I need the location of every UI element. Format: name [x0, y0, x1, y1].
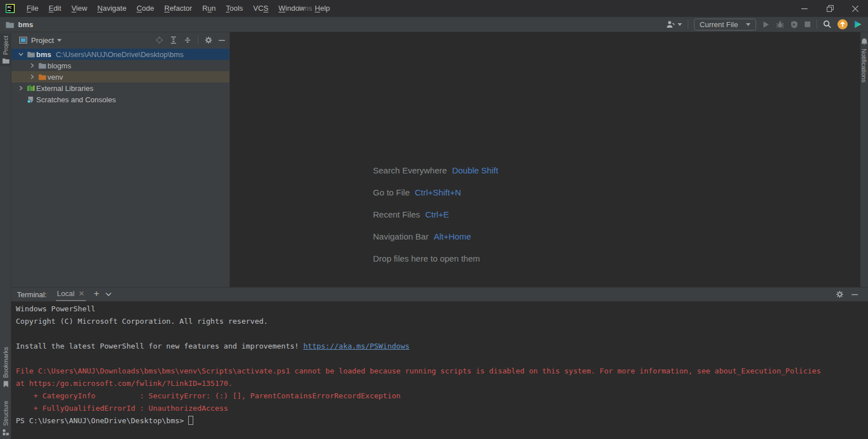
- toolbar-project-name[interactable]: bms: [18, 20, 33, 29]
- folder-icon: [37, 62, 47, 69]
- close-tab-icon[interactable]: ✕: [79, 291, 85, 297]
- menu-bar: PC FileEditViewNavigateCodeRefactorRunTo…: [0, 0, 868, 17]
- tree-item-scratches-and-consoles[interactable]: Scratches and Consoles: [11, 94, 229, 105]
- bookmarks-stripe-label: Bookmarks: [2, 347, 9, 378]
- tool-stripe-bookmarks[interactable]: Bookmarks: [0, 345, 11, 390]
- chevron-right-icon[interactable]: [16, 84, 25, 92]
- expand-all-button[interactable]: [170, 36, 177, 44]
- menu-refactor[interactable]: Refactor: [159, 0, 197, 17]
- terminal-line: Copyright (C) Microsoft Corporation. All…: [16, 315, 868, 328]
- run-configuration-value: Current File: [700, 20, 738, 29]
- hint-shortcut: Ctrl+Shift+N: [415, 188, 461, 197]
- project-view-icon: [19, 37, 27, 44]
- restore-button[interactable]: [817, 0, 843, 17]
- collapse-all-button[interactable]: [184, 36, 192, 44]
- hint-go-to-file: Go to FileCtrl+Shift+N: [373, 181, 498, 203]
- toolbar-right-group: Current File: [666, 19, 862, 31]
- terminal-header: Terminal: Local ✕ +: [11, 287, 868, 302]
- svg-text:PC: PC: [7, 6, 12, 9]
- hint-label: Drop files here to open them: [373, 254, 480, 263]
- project-folder-icon: [6, 21, 14, 28]
- tree-item-label: External Libraries: [36, 84, 93, 93]
- editor-area: Search EverywhereDouble ShiftGo to FileC…: [231, 32, 860, 287]
- terminal-line: File C:\Users\ANUJ\Downloads\bms\bms\ven…: [16, 365, 868, 377]
- hint-label: Recent Files: [373, 210, 420, 219]
- menu-edit[interactable]: Edit: [44, 0, 66, 17]
- hint-shortcut: Alt+Home: [433, 232, 471, 241]
- hide-terminal-button[interactable]: [852, 292, 858, 298]
- pycharm-logo-icon: PC: [6, 4, 15, 13]
- hint-label: Search Everywhere: [373, 166, 447, 175]
- run-button[interactable]: [762, 20, 770, 29]
- folder-icon: [25, 51, 36, 58]
- tool-stripe-structure[interactable]: Structure: [0, 398, 11, 438]
- tree-item-bms[interactable]: bmsC:\Users\ANUJ\OneDrive\Desktop\bms: [11, 49, 229, 60]
- ide-update-button[interactable]: [837, 19, 848, 29]
- debug-button[interactable]: [776, 20, 784, 29]
- hint-shortcut: Ctrl+E: [425, 210, 449, 219]
- locate-file-button[interactable]: [155, 36, 163, 44]
- search-everywhere-button[interactable]: [823, 20, 832, 29]
- close-button[interactable]: [843, 0, 868, 17]
- notifications-stripe-label: Notifications: [861, 49, 867, 82]
- terminal-output: Windows PowerShellCopyright (C) Microsof…: [11, 302, 868, 439]
- chevron-down-icon: [678, 23, 682, 26]
- pycharm-window: PC FileEditViewNavigateCodeRefactorRunTo…: [0, 0, 868, 439]
- bell-icon: [861, 38, 868, 46]
- menu-tools[interactable]: Tools: [221, 0, 248, 17]
- terminal-link[interactable]: https://aka.ms/PSWindows: [303, 342, 410, 350]
- menu-navigate[interactable]: Navigate: [92, 0, 131, 17]
- tree-item-venv[interactable]: venv: [11, 71, 229, 82]
- chevron-right-icon[interactable]: [27, 73, 37, 81]
- tree-item-label: blogms: [47, 62, 71, 70]
- ide-features-trainer-icon[interactable]: [853, 20, 862, 29]
- terminal-line: PS C:\Users\ANUJ\OneDrive\Desktop\bms>: [16, 415, 868, 427]
- hint-label: Navigation Bar: [373, 232, 428, 241]
- main-toolbar: bms Current File: [0, 17, 868, 32]
- folder-icon: [2, 58, 10, 64]
- tool-stripe-notifications[interactable]: Notifications: [860, 38, 868, 82]
- terminal-prompt: PS C:\Users\ANUJ\OneDrive\Desktop\bms>: [16, 416, 188, 425]
- terminal-line: [16, 328, 868, 340]
- terminal-actions: [836, 290, 862, 298]
- libraries-icon: [25, 85, 36, 92]
- tool-stripe-project[interactable]: Project: [0, 33, 11, 66]
- run-with-coverage-button[interactable]: [790, 20, 798, 29]
- stop-button[interactable]: [804, 21, 811, 28]
- window-title: bms: [298, 0, 313, 17]
- terminal-sessions-dropdown[interactable]: [105, 292, 112, 297]
- menu-run[interactable]: Run: [197, 0, 221, 17]
- menu-view[interactable]: View: [66, 0, 92, 17]
- hide-panel-button[interactable]: [219, 37, 225, 44]
- chevron-down-icon[interactable]: [16, 50, 25, 58]
- chevron-down-icon[interactable]: [57, 39, 62, 42]
- menu-file[interactable]: File: [21, 0, 44, 17]
- tree-item-blogms[interactable]: blogms: [11, 60, 229, 71]
- tree-item-external-libraries[interactable]: External Libraries: [11, 82, 229, 94]
- terminal-line: at https:/go.microsoft.com/fwlink/?LinkI…: [16, 377, 868, 390]
- terminal-settings-button[interactable]: [836, 290, 844, 298]
- run-configuration-select[interactable]: Current File: [694, 19, 756, 31]
- scratches-icon: [25, 96, 36, 103]
- terminal-tab-local[interactable]: Local ✕: [56, 288, 86, 301]
- hint-navigation-bar: Navigation BarAlt+Home: [373, 225, 498, 247]
- project-tool-window: Project: [11, 32, 230, 287]
- terminal-cursor[interactable]: [188, 416, 193, 425]
- structure-stripe-label: Structure: [2, 401, 9, 426]
- menu-code[interactable]: Code: [132, 0, 159, 17]
- tree-item-label: bms: [36, 50, 51, 59]
- new-terminal-session-button[interactable]: +: [94, 288, 99, 299]
- menu-help[interactable]: Help: [310, 0, 335, 17]
- chevron-right-icon[interactable]: [27, 62, 37, 69]
- left-tool-stripe: Project Bookmarks Structure: [0, 32, 11, 439]
- menu-vcs[interactable]: VCS: [248, 0, 274, 17]
- editor-shortcut-hints: Search EverywhereDouble ShiftGo to FileC…: [373, 159, 498, 270]
- toolbar-separator: [688, 20, 688, 29]
- terminal-text: Install the latest PowerShell for new fe…: [16, 342, 303, 350]
- minimize-button[interactable]: [792, 0, 817, 17]
- folder-excluded-icon: [37, 73, 47, 80]
- panel-settings-button[interactable]: [205, 36, 212, 44]
- user-account-button[interactable]: [666, 20, 682, 28]
- user-icon: [666, 20, 675, 28]
- project-panel-title[interactable]: Project: [31, 36, 54, 45]
